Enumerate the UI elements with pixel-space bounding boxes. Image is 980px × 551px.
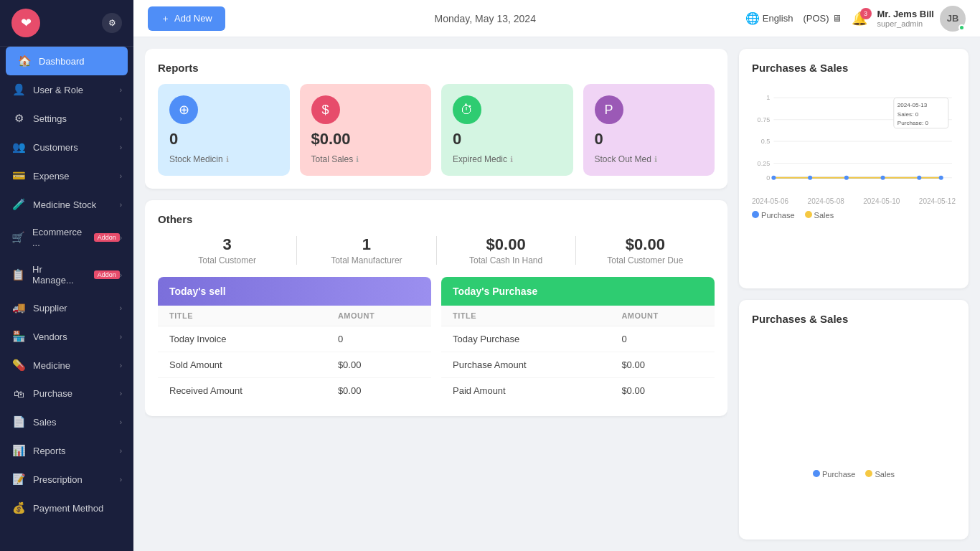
sidebar-item-label: Vendors <box>33 331 67 342</box>
purchase-icon: 🛍 <box>11 387 26 400</box>
sidebar-nav: 🏠 Dashboard 👤 User & Role › ⚙ Settings ›… <box>0 47 133 551</box>
today-purchase-table: TITLE AMOUNT Today Purchase 0 <box>441 306 715 403</box>
sell-col-title: TITLE <box>158 306 326 326</box>
purchase-dot <box>752 211 759 218</box>
sidebar-item-supplier[interactable]: 🚚 Supplier › <box>0 293 133 322</box>
expense-icon: 💳 <box>11 169 26 182</box>
sell-col-amount: AMOUNT <box>326 306 431 326</box>
chevron-right-icon: › <box>120 304 122 312</box>
sidebar-item-settings[interactable]: ⚙ Settings › <box>0 104 133 133</box>
sidebar-item-purchase[interactable]: 🛍 Purchase › <box>0 380 133 408</box>
chart1-svg: 1 0.75 0.5 0.25 0 <box>752 84 956 192</box>
legend-sales-2: Sales <box>865 470 895 479</box>
x-label-3: 2024-05-12 <box>919 197 956 205</box>
dashboard-icon: 🏠 <box>17 55 32 67</box>
topbar-date: Monday, May 13, 2024 <box>435 13 536 24</box>
right-column: Purchases & Sales 1 0.75 0.5 0.25 <box>739 49 969 540</box>
table-row: Sold Amount $0.00 <box>158 352 431 378</box>
add-icon: ＋ <box>161 12 170 25</box>
sidebar-item-sales[interactable]: 📄 Sales › <box>0 408 133 436</box>
sidebar-item-hr-manage[interactable]: 📋 Hr Manage... Addon › <box>0 256 133 293</box>
sidebar-item-label: Expense <box>33 171 70 182</box>
sidebar-item-ecommerce[interactable]: 🛒 Ecommerce ... Addon › <box>0 219 133 256</box>
sidebar-item-customers[interactable]: 👥 Customers › <box>0 133 133 161</box>
report-cards-row: ⊕ 0 Stock Medicin ℹ $ $0.00 Total Sales … <box>158 84 715 176</box>
chevron-right-icon: › <box>120 115 122 123</box>
cash-in-hand-value: $0.00 <box>437 235 575 254</box>
flag-icon: 🌐 <box>745 11 760 25</box>
total-sales-label: Total Sales ℹ <box>311 154 420 164</box>
sidebar-item-user-role[interactable]: 👤 User & Role › <box>0 75 133 104</box>
sidebar-item-prescription[interactable]: 📝 Prescription › <box>0 465 133 494</box>
vendors-icon: 🏪 <box>11 330 26 343</box>
user-role: super_admin <box>877 19 934 28</box>
x-label-0: 2024-05-06 <box>752 197 788 205</box>
sidebar-item-vendors[interactable]: 🏪 Vendors › <box>0 322 133 351</box>
supplier-icon: 🚚 <box>11 301 26 314</box>
info-icon: ℹ <box>226 155 229 164</box>
medicine-stock-icon: 🧪 <box>11 198 26 211</box>
report-card-total-sales: $ $0.00 Total Sales ℹ <box>300 84 432 176</box>
purchase-row-0-amount: 0 <box>610 326 715 352</box>
today-sell-card: Today's sell TITLE AMOUNT Today Invoi <box>158 277 431 403</box>
svg-text:0.25: 0.25 <box>758 160 771 167</box>
sidebar-item-label: Supplier <box>33 303 67 314</box>
table-row: Purchase Amount $0.00 <box>441 352 715 378</box>
table-row: Today Invoice 0 <box>158 326 431 352</box>
sell-row-2-amount: $0.00 <box>326 378 431 404</box>
total-manufacturer-value: 1 <box>297 235 435 254</box>
sidebar-item-label: Payment Method <box>33 503 103 514</box>
sidebar-settings-icon[interactable]: ⚙ <box>102 13 122 33</box>
sidebar-item-payment-method[interactable]: 💰 Payment Method <box>0 494 133 522</box>
sales-dot <box>805 211 812 218</box>
language-selector[interactable]: 🌐 English <box>745 11 793 25</box>
customers-icon: 👥 <box>11 141 26 154</box>
hr-icon: 📋 <box>11 268 25 281</box>
svg-text:0.5: 0.5 <box>761 138 771 145</box>
user-info[interactable]: Mr. Jems Bill super_admin JB <box>877 6 966 32</box>
notification-badge: 3 <box>860 8 872 19</box>
expired-medic-icon: ⏱ <box>453 95 481 124</box>
sidebar-item-medicine[interactable]: 💊 Medicine › <box>0 351 133 380</box>
customer-due-label: Total Customer Due <box>576 255 715 265</box>
expired-medic-value: 0 <box>453 130 562 149</box>
info-icon: ℹ <box>654 155 657 164</box>
svg-text:0.75: 0.75 <box>758 116 771 123</box>
addon-badge: Addon <box>94 270 120 279</box>
legend-purchase: Purchase <box>752 211 795 220</box>
others-stats-row: 3 Total Customer 1 Total Manufacturer $0… <box>158 235 715 265</box>
settings-icon: ⚙ <box>11 112 26 125</box>
report-card-expired-medic: ⏱ 0 Expired Medic ℹ <box>441 84 573 176</box>
notification-button[interactable]: 🔔 3 <box>852 11 867 27</box>
x-label-1: 2024-05-08 <box>808 197 844 205</box>
sidebar-item-expense[interactable]: 💳 Expense › <box>0 161 133 190</box>
chevron-right-icon: › <box>120 362 122 369</box>
sidebar-item-reports[interactable]: 📊 Reports › <box>0 436 133 465</box>
purchase-row-1-title: Purchase Amount <box>441 352 610 378</box>
svg-text:2024-05-13: 2024-05-13 <box>897 102 928 108</box>
chart2-title: Purchases & Sales <box>752 313 956 325</box>
total-manufacturer-label: Total Manufacturer <box>297 255 435 265</box>
content-area: Reports ⊕ 0 Stock Medicin ℹ $ $0.00 <box>133 37 980 551</box>
stock-medicin-label: Stock Medicin ℹ <box>169 154 278 164</box>
report-card-stock-medicin: ⊕ 0 Stock Medicin ℹ <box>158 84 290 176</box>
stock-out-label: Stock Out Med ℹ <box>595 154 704 164</box>
pos-button[interactable]: (POS) 🖥 <box>803 13 841 24</box>
medicine-icon: 💊 <box>11 359 26 372</box>
sidebar-item-medicine-stock[interactable]: 🧪 Medicine Stock › <box>0 190 133 219</box>
sidebar: ❤ ⚙ 🏠 Dashboard 👤 User & Role › ⚙ Settin… <box>0 0 133 551</box>
add-new-button[interactable]: ＋ Add New <box>148 6 225 31</box>
main-area: ＋ Add New Monday, May 13, 2024 🌐 English… <box>133 0 980 551</box>
addon-badge: Addon <box>94 233 120 242</box>
sidebar-item-dashboard[interactable]: 🏠 Dashboard <box>6 47 128 75</box>
chevron-right-icon: › <box>120 271 122 279</box>
total-customer-label: Total Customer <box>158 255 296 265</box>
purchase-dot-2 <box>813 470 820 477</box>
table-row: Today Purchase 0 <box>441 326 715 352</box>
chevron-right-icon: › <box>120 447 122 455</box>
svg-point-14 <box>917 176 921 180</box>
stock-out-icon: P <box>595 95 623 124</box>
sidebar-item-label: Purchase <box>33 388 72 399</box>
svg-point-13 <box>881 176 885 180</box>
sales-icon: 📄 <box>11 415 26 428</box>
